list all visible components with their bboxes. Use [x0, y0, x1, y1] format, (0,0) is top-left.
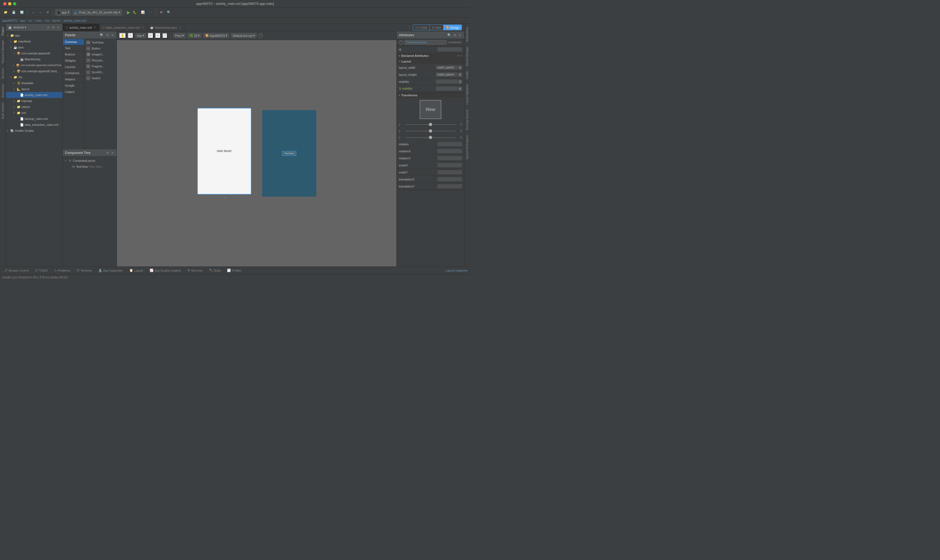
declared-attr-remove-icon[interactable]: − — [460, 54, 462, 57]
attr-class-search[interactable]: ConstraintLayout — [404, 40, 446, 45]
attr-rotationx-input[interactable] — [437, 149, 462, 153]
profile-icon[interactable]: 📊 — [139, 9, 146, 16]
forward-icon[interactable]: → — [37, 9, 43, 16]
cat-common[interactable]: Common — [63, 39, 84, 45]
attr-scaley-input[interactable] — [437, 170, 462, 174]
declared-attr-add-icon[interactable]: + — [457, 54, 459, 57]
component-tree-close-icon[interactable]: ✕ — [111, 151, 114, 155]
sidebar-item-gradle[interactable]: Gradle — [465, 69, 469, 82]
sidebar-item-bookmarks[interactable]: Bookmarks — [0, 82, 5, 100]
attr-rotationy-input[interactable] — [437, 156, 462, 160]
close-panel-icon[interactable]: ✕ — [57, 25, 60, 30]
tree-textview[interactable]: Ab TextView 'Hello Worl...' — [64, 164, 115, 170]
collapse-all-icon[interactable]: ⊟ — [46, 25, 50, 30]
sidebar-item-notifications[interactable]: Notifications — [465, 25, 469, 44]
palette-item-recycleview[interactable]: ≡ Recycle... — [85, 57, 117, 63]
settings-icon[interactable]: ⚙ — [158, 9, 164, 16]
attr-id-input[interactable] — [437, 47, 462, 51]
tab-overflow-icon[interactable]: ⋮ — [407, 25, 412, 30]
code-view-button[interactable]: </> Code — [413, 25, 430, 30]
bottom-tab-app-quality-insights[interactable]: 📈 App Quality Insights — [148, 268, 183, 273]
project-dropdown[interactable]: Android ▾ — [14, 26, 26, 29]
tree-item-mipmap[interactable]: ▸ 📁 mipmap — [6, 98, 63, 104]
locale-dropdown[interactable]: Default (en-us) ▾ — [231, 33, 257, 38]
tab-close-3[interactable]: ✕ — [178, 26, 181, 29]
pan-tool-icon[interactable]: ✋ — [119, 33, 126, 38]
tree-item-package-androidtest[interactable]: ▸ 📦 com.example.appamst0 (androidTest) — [6, 62, 63, 68]
cat-legacy[interactable]: Legacy — [63, 89, 84, 95]
transforms-header[interactable]: ▾ Transforms — [397, 92, 464, 98]
attr-layout-height-dropdown[interactable]: ▾ — [458, 73, 462, 77]
tree-item-activity-main-xml[interactable]: 📄 activity_main.xml — [6, 92, 63, 98]
sidebar-item-running-devices[interactable]: Running Devices — [465, 108, 469, 132]
breadcrumb-src[interactable]: src — [28, 19, 32, 22]
debug-icon[interactable]: 🐛 — [131, 9, 138, 16]
layout-inspector-link[interactable]: Layout Inspector — [446, 269, 468, 272]
palette-item-switch[interactable]: ⬭ Switch — [85, 75, 117, 81]
select-tool-icon[interactable]: ↖ — [128, 33, 134, 38]
sidebar-item-build-variants[interactable]: Build Variants — [0, 100, 5, 121]
attr-visibility-dropdown[interactable]: ▾ — [458, 80, 462, 84]
sync-icon[interactable]: 🔄 — [18, 9, 25, 16]
sidebar-item-resource-manager[interactable]: Resource Manager — [0, 38, 5, 65]
attr-help-icon[interactable]: ? — [399, 40, 403, 45]
bottom-tab-app-inspection[interactable]: 🔬 App Inspection — [97, 268, 125, 273]
refresh-icon[interactable]: ↺ — [45, 9, 50, 16]
tree-constraint-layout[interactable]: ▾ ⊡ ConstraintLayout — [64, 158, 115, 164]
palette-item-imageview[interactable]: 🖼 ImageV... — [85, 51, 117, 57]
attr-layout-width-input[interactable] — [436, 65, 458, 69]
search-icon[interactable]: 🔍 — [165, 9, 172, 16]
bottom-tab-build[interactable]: 🔨 Build — [208, 268, 222, 273]
tree-item-backup-rules[interactable]: 📄 backup_rules.xml — [6, 116, 63, 122]
bottom-tab-problems[interactable]: ⚠ Problems — [52, 268, 72, 273]
cat-buttons[interactable]: Buttons — [63, 51, 84, 58]
breadcrumb-file[interactable]: activity_main.xml — [64, 19, 86, 22]
theme-dropdown[interactable]: 🎨 AppAMST0 ▾ — [203, 33, 229, 38]
attr-visibility-2-dropdown[interactable]: ▾ — [458, 87, 462, 91]
palette-settings-icon[interactable]: ⚙ — [106, 33, 109, 38]
save-icon[interactable]: 💾 — [10, 9, 17, 16]
tree-item-manifests[interactable]: ▸ 📁 manifests — [6, 38, 63, 45]
component-tree-settings-icon[interactable]: ⚙ — [106, 151, 109, 155]
tree-item-package-main[interactable]: ▾ 📦 com.example.appamst0 — [6, 50, 63, 56]
tree-item-gradle-scripts[interactable]: ▸ 🐘 Gradle Scripts — [6, 128, 63, 134]
attr-translationy-input[interactable] — [437, 184, 462, 188]
bottom-tab-services[interactable]: ⚙ Services — [186, 268, 204, 273]
attr-scalex-input[interactable] — [437, 163, 462, 167]
declared-attributes-header[interactable]: ▸ Declared Attributes + − — [397, 53, 464, 58]
tab-close-2[interactable]: ✕ — [141, 26, 145, 29]
tab-activity-main-xml[interactable]: ⬡ activity_main.xml ✕ — [63, 24, 100, 31]
tree-item-package-test[interactable]: ▸ 📦 com.example.appamst0 (test) — [6, 68, 63, 74]
sidebar-item-device-file-explorer[interactable]: Device File Explorer — [465, 133, 469, 161]
tree-item-xml[interactable]: ▾ 📁 xml — [6, 110, 63, 116]
help-icon[interactable]: ? — [258, 34, 263, 38]
orient-icon[interactable]: ⟳ — [148, 33, 154, 38]
palette-item-textview[interactable]: Ab TextView — [85, 40, 117, 45]
breadcrumb-layout[interactable]: layout — [52, 19, 60, 22]
tab-mainactivity-java[interactable]: ☕ MainActivity.java ✕ — [148, 24, 184, 31]
rotation-x-slider[interactable] — [405, 124, 455, 125]
attr-layout-width-dropdown[interactable]: ▾ — [458, 66, 462, 69]
back-icon[interactable]: ← — [30, 9, 36, 16]
tab-data-extraction-rules[interactable]: ⬡ data_extraction_rules.xml ✕ — [100, 24, 148, 31]
light-phone-frame[interactable]: Hello World! — [197, 108, 251, 194]
tree-item-res[interactable]: ▾ 📁 res — [6, 74, 63, 80]
sidebar-item-project[interactable]: Project — [0, 25, 5, 38]
close-button[interactable] — [3, 2, 6, 5]
sidebar-item-structure[interactable]: Structure — [0, 66, 5, 82]
layout-section-header[interactable]: ▾ Layout — [397, 59, 464, 64]
sidebar-item-layout-validation[interactable]: Layout Validation — [465, 82, 469, 107]
breadcrumb-res[interactable]: res — [45, 19, 49, 22]
run-button[interactable]: ▶ — [127, 10, 130, 15]
cat-helpers[interactable]: Helpers — [63, 76, 84, 83]
tab-close-1[interactable]: ✕ — [93, 26, 97, 29]
tree-item-java[interactable]: ▾ ☕ java — [6, 45, 63, 50]
attr-visibility-input[interactable] — [436, 80, 458, 84]
cat-google[interactable]: Google — [63, 83, 84, 89]
cat-layouts[interactable]: Layouts — [63, 64, 84, 70]
maximize-button[interactable] — [13, 2, 16, 5]
bottom-tab-terminal[interactable]: ⊟ Terminal — [75, 268, 93, 273]
tree-item-drawable[interactable]: ▸ 🖼 drawable — [6, 80, 63, 86]
attr-rotation-input[interactable] — [437, 142, 462, 146]
crop-icon[interactable]: ✂ — [155, 33, 161, 38]
